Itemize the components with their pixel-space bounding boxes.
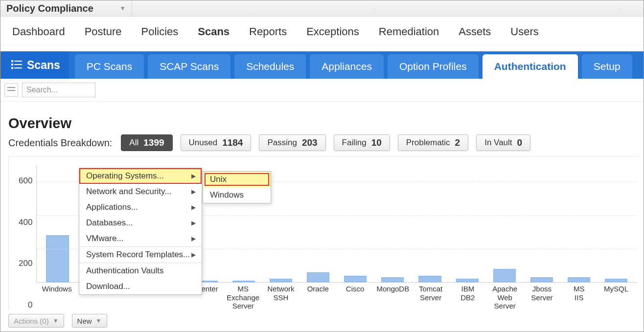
filter-label: Failing [342, 138, 367, 148]
nav-dashboard[interactable]: Dashboard [12, 25, 65, 38]
menu-item-label: System Record Templates... [86, 250, 190, 260]
chevron-right-icon: ▶ [191, 220, 196, 226]
module-switcher[interactable]: Policy Compliance ▼ [0, 0, 132, 16]
panel-toggle-button[interactable] [4, 83, 18, 97]
filter-count: 2 [455, 137, 460, 148]
menu-item-label: Operating Systems... [86, 171, 164, 181]
submenu-unix[interactable]: Unix [203, 172, 271, 187]
menu-download[interactable]: Download... [79, 279, 202, 294]
menu-databases[interactable]: Databases... ▶ [79, 215, 202, 231]
tab-authentication[interactable]: Authentication [483, 54, 578, 79]
chart-category-label: Tomcat Server [415, 285, 446, 310]
menu-applications[interactable]: Applications... ▶ [79, 199, 202, 215]
svg-rect-5 [14, 67, 22, 68]
menu-operating-systems[interactable]: Operating Systems... ▶ [79, 168, 202, 184]
chevron-down-icon: ▼ [96, 317, 102, 324]
filter-label: Unused [189, 138, 218, 148]
nav-policies[interactable]: Policies [141, 25, 178, 38]
chart-y-tick: 200 [19, 259, 32, 268]
chart-y-tick: 600 [19, 176, 32, 186]
filter-problematic[interactable]: Problematic 2 [398, 134, 468, 151]
tab-scap-scans[interactable]: SCAP Scans [148, 54, 230, 79]
chart-category-label: Jboss Server [527, 285, 558, 310]
chart-category-label: MS IIS [563, 285, 595, 310]
new-button[interactable]: New ▼ [72, 314, 107, 328]
app-header: Policy Compliance ▼ [0, 0, 644, 17]
menu-item-label: Applications... [86, 202, 138, 212]
nav-assets[interactable]: Assets [459, 25, 491, 38]
menu-vmware[interactable]: VMware... ▶ [79, 231, 202, 246]
chevron-right-icon: ▶ [191, 188, 196, 195]
chevron-right-icon: ▶ [191, 173, 196, 179]
filter-label: In Vault [484, 138, 512, 148]
nav-remediation[interactable]: Remediation [379, 25, 439, 38]
svg-rect-3 [14, 64, 22, 65]
menu-item-label: Databases... [86, 218, 133, 228]
svg-rect-4 [11, 67, 13, 69]
svg-rect-1 [14, 61, 22, 62]
tab-setup[interactable]: Setup [582, 54, 632, 79]
chart-bar[interactable] [377, 165, 408, 282]
chart-category-label: Windows [41, 285, 72, 310]
chevron-right-icon: ▶ [191, 235, 196, 242]
chart-category-label: Network SSH [265, 285, 297, 310]
page-title: Overview [8, 115, 639, 132]
module-name: Policy Compliance [6, 3, 93, 14]
chart-category-label: IBM DB2 [452, 285, 483, 310]
search-input[interactable] [22, 83, 95, 97]
chart-y-axis: 6004002000 [19, 159, 36, 310]
filter-passing[interactable]: Passing 203 [259, 134, 325, 151]
filter-count: 1184 [222, 137, 243, 148]
chart-bar[interactable] [600, 165, 632, 282]
menu-item-label: VMware... [86, 234, 124, 243]
actions-button[interactable]: Actions (0) ▼ [8, 314, 64, 328]
chart-category-label: Cisco [340, 285, 371, 310]
chart-bar[interactable] [452, 165, 483, 282]
filter-count: 10 [371, 137, 382, 148]
subnav-section-label: Scans [27, 59, 60, 72]
filter-unused[interactable]: Unused 1184 [181, 134, 252, 151]
chart-bar[interactable] [563, 165, 595, 282]
menu-item-label: Unix [210, 175, 227, 184]
chart-y-tick: 400 [19, 218, 32, 227]
tab-pc-scans[interactable]: PC Scans [75, 54, 144, 79]
breakdown-label: Credentials Breakdown: [8, 137, 112, 149]
chart-category-label: MongoDB [376, 285, 409, 310]
new-label: New [77, 317, 92, 325]
new-submenu-os: Unix Windows [203, 171, 271, 203]
tab-option-profiles[interactable]: Option Profiles [388, 54, 479, 79]
nav-posture[interactable]: Posture [85, 25, 122, 38]
menu-authentication-vaults[interactable]: Authentication Vaults [79, 263, 202, 279]
list-icon [11, 59, 22, 72]
chart-category-label: MS Exchange Server [227, 285, 259, 310]
tab-schedules[interactable]: Schedules [234, 54, 306, 79]
nav-scans[interactable]: Scans [198, 25, 230, 38]
chart-bar[interactable] [414, 165, 445, 282]
chart-category-label: MySQL [600, 285, 632, 310]
filter-count: 0 [517, 137, 523, 148]
menu-system-record-templates[interactable]: System Record Templates... ▶ [79, 246, 202, 263]
tab-appliances[interactable]: Appliances [310, 54, 384, 79]
nav-reports[interactable]: Reports [249, 25, 287, 38]
chart-bar[interactable] [526, 165, 557, 282]
chart-bar[interactable] [489, 165, 520, 282]
menu-network-security[interactable]: Network and Security... ▶ [79, 184, 202, 199]
filter-in-vault[interactable]: In Vault 0 [476, 134, 530, 151]
filter-count: 1399 [143, 137, 164, 148]
menu-item-label: Windows [210, 190, 244, 200]
chart-bar[interactable] [302, 165, 334, 282]
chart-category-label: Oracle [302, 285, 334, 310]
svg-rect-2 [11, 64, 13, 66]
menu-item-label: Download... [86, 282, 130, 291]
chart-bar[interactable] [340, 165, 371, 282]
chart-bar[interactable] [42, 165, 73, 282]
filter-label: All [129, 138, 138, 148]
nav-users[interactable]: Users [510, 25, 538, 38]
filter-failing[interactable]: Failing 10 [334, 134, 390, 151]
new-menu: Operating Systems... ▶ Network and Secur… [79, 168, 202, 295]
filter-all[interactable]: All 1399 [121, 134, 172, 151]
submenu-windows[interactable]: Windows [203, 187, 271, 203]
chevron-down-icon: ▼ [120, 5, 126, 12]
nav-exceptions[interactable]: Exceptions [306, 25, 359, 38]
chart-category-label: Apache Web Server [489, 285, 521, 310]
